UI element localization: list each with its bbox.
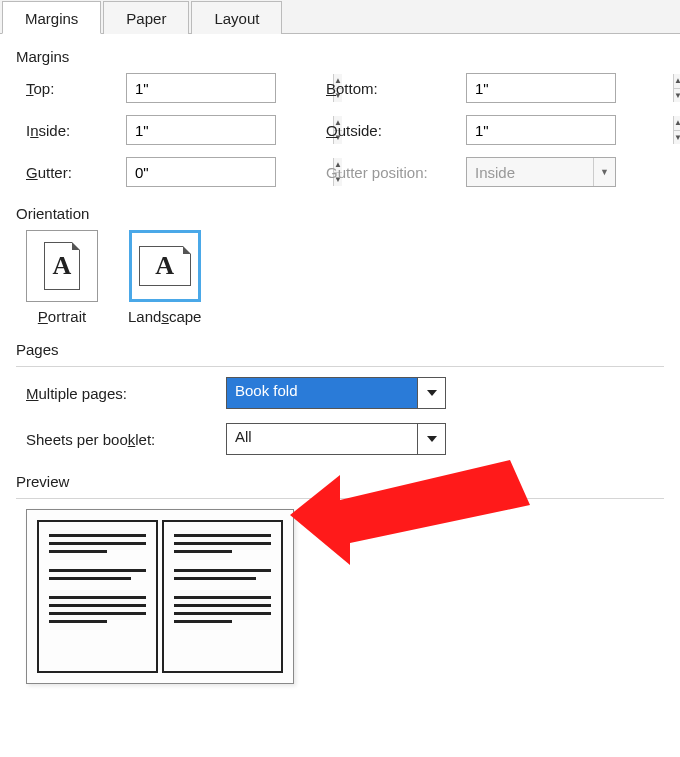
gutter-pos-combo: Inside ▼ — [466, 157, 616, 187]
preview-page-left — [37, 520, 158, 673]
outside-spin-up[interactable]: ▲ — [674, 116, 680, 131]
outside-input[interactable] — [467, 116, 673, 144]
chevron-down-icon[interactable] — [417, 378, 445, 408]
bottom-spinner[interactable]: ▲ ▼ — [466, 73, 616, 103]
sheets-per-booklet-value: All — [227, 424, 417, 454]
svg-marker-1 — [427, 436, 437, 442]
tab-layout[interactable]: Layout — [191, 1, 282, 34]
chevron-down-icon[interactable] — [417, 424, 445, 454]
inside-spinner[interactable]: ▲ ▼ — [126, 115, 276, 145]
outside-spin-down[interactable]: ▼ — [674, 131, 680, 145]
outside-label: Outside: — [326, 122, 466, 139]
gutter-label: Gutter: — [26, 164, 126, 181]
svg-marker-0 — [427, 390, 437, 396]
sheets-per-booklet-label: Sheets per booklet: — [26, 431, 226, 448]
preview-box — [26, 509, 294, 684]
section-preview-label: Preview — [16, 473, 664, 490]
chevron-down-icon: ▼ — [593, 158, 615, 186]
tab-paper[interactable]: Paper — [103, 1, 189, 34]
section-pages-label: Pages — [16, 341, 664, 358]
top-label: Top: — [26, 80, 126, 97]
sheets-per-booklet-combo[interactable]: All — [226, 423, 446, 455]
gutter-pos-value: Inside — [467, 164, 593, 181]
multiple-pages-label: Multiple pages: — [26, 385, 226, 402]
bottom-spin-up[interactable]: ▲ — [674, 74, 680, 89]
outside-spinner[interactable]: ▲ ▼ — [466, 115, 616, 145]
orientation-landscape[interactable]: A Landscape — [128, 230, 201, 325]
section-margins-label: Margins — [16, 48, 664, 65]
multiple-pages-value: Book fold — [227, 378, 417, 408]
section-orientation-label: Orientation — [16, 205, 664, 222]
orientation-portrait-label: Portrait — [38, 308, 86, 325]
inside-input[interactable] — [127, 116, 333, 144]
orientation-portrait[interactable]: A Portrait — [26, 230, 98, 325]
top-input[interactable] — [127, 74, 333, 102]
page-icon: A — [139, 246, 191, 286]
top-spinner[interactable]: ▲ ▼ — [126, 73, 276, 103]
preview-page-right — [162, 520, 283, 673]
bottom-spin-down[interactable]: ▼ — [674, 89, 680, 103]
bottom-label: Bottom: — [326, 80, 466, 97]
gutter-input[interactable] — [127, 158, 333, 186]
tab-bar: Margins Paper Layout — [0, 0, 680, 34]
orientation-landscape-label: Landscape — [128, 308, 201, 325]
tab-margins[interactable]: Margins — [2, 1, 101, 34]
multiple-pages-combo[interactable]: Book fold — [226, 377, 446, 409]
bottom-input[interactable] — [467, 74, 673, 102]
gutter-spinner[interactable]: ▲ ▼ — [126, 157, 276, 187]
gutter-pos-label: Gutter position: — [326, 164, 466, 181]
inside-label: Inside: — [26, 122, 126, 139]
page-icon: A — [44, 242, 80, 290]
